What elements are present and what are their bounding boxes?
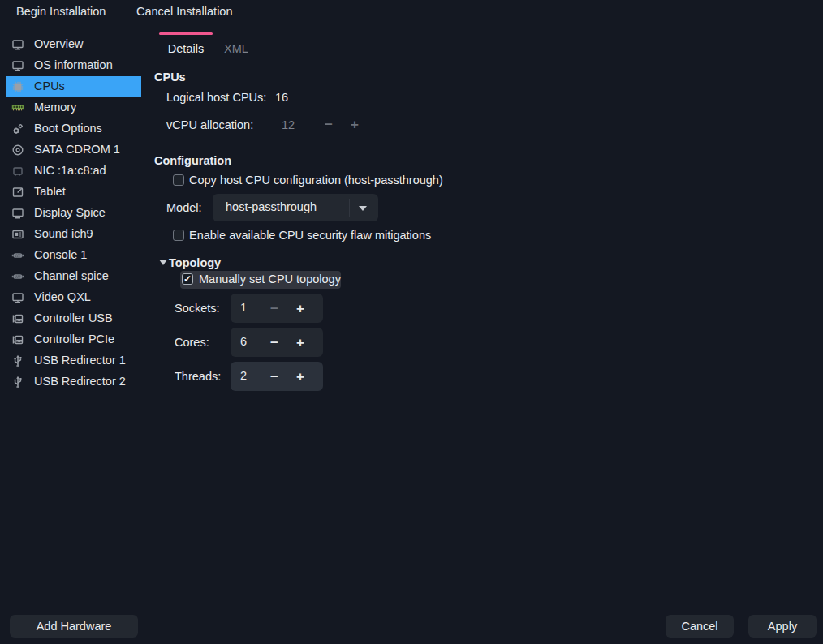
begin-installation-button[interactable]: Begin Installation: [6, 2, 115, 21]
cancel-button[interactable]: Cancel: [666, 615, 734, 638]
expander-triangle-icon[interactable]: [159, 260, 167, 265]
sidebar-item-cpus[interactable]: CPUs: [6, 76, 141, 97]
threads-label: Threads:: [175, 370, 221, 383]
sidebar-item-label: Sound ich9: [34, 227, 93, 240]
sidebar-item-label: Video QXL: [34, 290, 91, 303]
logical-host-cpus-value: 16: [275, 91, 288, 104]
sound-card-icon: [11, 228, 24, 241]
sidebar-item-label: Controller PCIe: [34, 333, 114, 346]
usb-icon: [11, 376, 24, 389]
sidebar-item-label: NIC :1a:c8:ad: [34, 164, 106, 177]
tablet-icon: [11, 186, 24, 199]
vm-settings-window: Begin Installation Cancel Installation O…: [0, 0, 823, 644]
security-mitigations-checkbox[interactable]: [173, 230, 184, 241]
sidebar-item-label: Controller USB: [34, 311, 113, 324]
cpus-section-title: CPUs: [154, 71, 186, 84]
cancel-installation-button[interactable]: Cancel Installation: [127, 2, 243, 21]
cores-increment-button[interactable]: +: [287, 335, 313, 350]
sidebar-item-controller-pcie[interactable]: Controller PCIe: [6, 329, 141, 350]
sidebar-item-boot-options[interactable]: Boot Options: [6, 118, 141, 140]
security-mitigations-label[interactable]: Enable available CPU security flaw mitig…: [189, 229, 431, 242]
sidebar-item-label: Channel spice: [34, 269, 109, 282]
serial-port-icon: [11, 270, 24, 283]
sidebar-item-label: Overview: [34, 37, 83, 50]
add-hardware-button[interactable]: Add Hardware: [10, 615, 138, 638]
sidebar-item-display-spice[interactable]: Display Spice: [6, 203, 141, 224]
cpu-icon: [11, 80, 24, 93]
sockets-label: Sockets:: [175, 302, 220, 315]
display-icon: [11, 207, 24, 220]
configuration-section-title: Configuration: [154, 154, 231, 167]
topology-section-title[interactable]: Topology: [169, 256, 221, 269]
usb-icon: [11, 354, 24, 367]
sidebar-item-label: CPUs: [34, 79, 65, 92]
apply-button[interactable]: Apply: [748, 615, 817, 638]
display-icon: [11, 38, 24, 51]
sidebar-item-sound-ich9[interactable]: Sound ich9: [6, 224, 141, 245]
tab-details[interactable]: Details: [159, 39, 213, 58]
sidebar-item-overview[interactable]: Overview: [6, 34, 141, 55]
sidebar-item-usb-redirector-1[interactable]: USB Redirector 1: [6, 350, 141, 371]
manual-topology-checkbox[interactable]: ✓: [182, 273, 193, 285]
disc-icon: [11, 144, 24, 157]
threads-decrement-button[interactable]: −: [261, 369, 287, 384]
sidebar-item-label: OS information: [34, 58, 113, 71]
sidebar-item-tablet[interactable]: Tablet: [6, 182, 141, 203]
cores-decrement-button[interactable]: −: [261, 335, 287, 350]
sidebar-item-label: Memory: [34, 101, 76, 114]
sidebar-item-label: Console 1: [34, 248, 87, 261]
threads-increment-button[interactable]: +: [287, 369, 313, 384]
hardware-list: OverviewOS informationCPUsMemoryBoot Opt…: [6, 34, 141, 393]
cpu-model-dropdown[interactable]: host-passthrough: [213, 194, 378, 221]
sockets-spinbutton[interactable]: 1−+: [231, 294, 323, 323]
active-tab-indicator: [159, 32, 213, 35]
memory-icon: [11, 101, 24, 114]
vcpu-increment-button[interactable]: +: [347, 118, 362, 132]
cpu-model-value: host-passthrough: [226, 200, 317, 213]
sidebar-item-label: USB Redirector 1: [34, 354, 126, 367]
sockets-decrement-button[interactable]: −: [261, 301, 287, 316]
controller-card-icon: [11, 312, 24, 325]
vcpu-decrement-button[interactable]: −: [321, 118, 336, 132]
sidebar-item-usb-redirector-2[interactable]: USB Redirector 2: [6, 371, 141, 393]
chevron-down-icon: [359, 206, 367, 211]
sidebar-item-channel-spice[interactable]: Channel spice: [6, 266, 141, 287]
logical-host-cpus-label: Logical host CPUs:: [166, 91, 266, 104]
vcpu-allocation-label: vCPU allocation:: [166, 118, 253, 131]
tab-xml[interactable]: XML: [218, 39, 255, 58]
sockets-increment-button[interactable]: +: [287, 301, 313, 316]
cores-label: Cores:: [175, 336, 209, 349]
copy-host-cpu-checkbox[interactable]: [173, 174, 184, 186]
threads-value[interactable]: 2: [240, 369, 247, 382]
nic-icon: [11, 165, 24, 178]
display-icon: [11, 59, 24, 72]
serial-port-icon: [11, 249, 24, 262]
gears-icon: [11, 122, 24, 135]
display-icon: [11, 291, 24, 304]
sidebar-item-controller-usb[interactable]: Controller USB: [6, 308, 141, 329]
sidebar-item-nic-1a-c8-ad[interactable]: NIC :1a:c8:ad: [6, 161, 141, 182]
sockets-value[interactable]: 1: [240, 301, 247, 314]
cores-value[interactable]: 6: [240, 335, 247, 348]
controller-card-icon: [11, 333, 24, 346]
sidebar-item-label: Display Spice: [34, 206, 106, 219]
cores-spinbutton[interactable]: 6−+: [231, 328, 323, 357]
sidebar-item-label: USB Redirector 2: [34, 375, 126, 388]
sidebar-item-label: Tablet: [34, 185, 66, 198]
sidebar-item-memory[interactable]: Memory: [6, 97, 141, 118]
sidebar-item-console-1[interactable]: Console 1: [6, 245, 141, 266]
copy-host-cpu-label[interactable]: Copy host CPU configuration (host-passth…: [189, 174, 443, 187]
sidebar-item-sata-cdrom-1[interactable]: SATA CDROM 1: [6, 140, 141, 161]
model-label: Model:: [166, 201, 202, 214]
vcpu-allocation-value: 12: [282, 118, 295, 131]
sidebar-item-video-qxl[interactable]: Video QXL: [6, 287, 141, 308]
sidebar-item-os-information[interactable]: OS information: [6, 55, 141, 76]
sidebar-item-label: Boot Options: [34, 122, 102, 135]
manual-topology-label[interactable]: Manually set CPU topology: [199, 273, 341, 286]
dropdown-separator: [349, 199, 350, 217]
sidebar-item-label: SATA CDROM 1: [34, 143, 120, 156]
threads-spinbutton[interactable]: 2−+: [231, 362, 323, 391]
